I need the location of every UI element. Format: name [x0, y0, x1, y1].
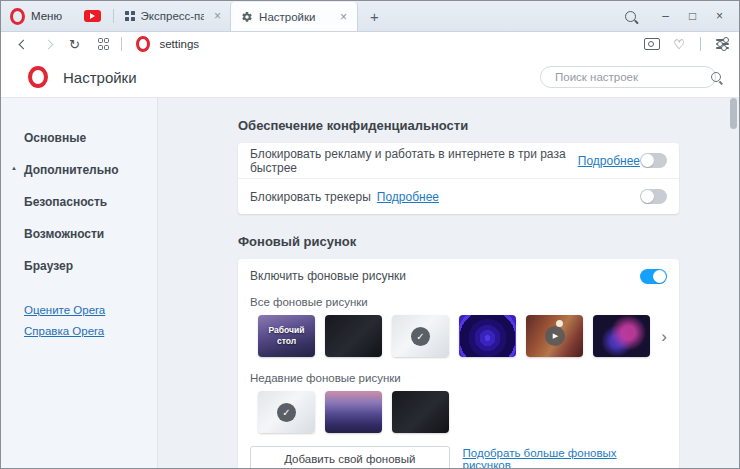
selected-check-icon: ✓: [277, 403, 296, 422]
opera-site-badge-icon: [136, 36, 150, 52]
recent-wallpapers-row: ✓: [258, 391, 667, 433]
enable-wallpapers-label: Включить фоновые рисунки: [250, 269, 406, 283]
wallpaper-thumb-neon[interactable]: [593, 315, 650, 357]
titlebar-right-controls: – □ ×: [625, 1, 739, 31]
tab-separator: [113, 9, 114, 23]
wallpaper-thumb-light-selected[interactable]: ✓: [392, 315, 449, 357]
sidebar-item-browser[interactable]: Браузер: [1, 250, 157, 282]
sidebar-item-basic[interactable]: Основные: [1, 122, 157, 154]
address-bar-right-icons: ♡: [644, 37, 729, 51]
add-wallpaper-button[interactable]: Добавить свой фоновый рисунок: [250, 446, 450, 468]
tab-label: Экспресс-панель: [141, 10, 204, 22]
close-tab-icon[interactable]: ×: [340, 11, 347, 23]
block-ads-row: Блокировать рекламу и работать в интерне…: [238, 143, 679, 178]
close-window-button[interactable]: ×: [706, 1, 733, 31]
all-wallpapers-row: Рабочий стол ✓ ▶ ›: [258, 315, 667, 357]
address-bar: ↻ settings ♡: [1, 31, 739, 58]
wallpaper-thumb-dark[interactable]: [325, 315, 382, 357]
rate-opera-link[interactable]: Оцените Opera: [24, 304, 157, 316]
wallpaper-caption: Рабочий стол: [258, 325, 315, 346]
selected-check-icon: ✓: [411, 327, 430, 346]
collapse-triangle-icon: ▲: [11, 165, 17, 171]
wallpaper-thumb-desktop[interactable]: Рабочий стол: [258, 315, 315, 357]
scrollbar-thumb[interactable]: [730, 98, 737, 129]
wallpaper-thumb-light-selected[interactable]: ✓: [258, 391, 315, 433]
sidebar-item-label: Основные: [24, 131, 86, 145]
speed-dial-button[interactable]: [98, 38, 110, 50]
all-wallpapers-label: Все фоновые рисунки: [250, 296, 667, 308]
settings-content: Обеспечение конфиденциальности Блокирова…: [159, 98, 739, 468]
more-wallpapers-arrow[interactable]: ›: [661, 328, 667, 345]
sidebar-item-advanced[interactable]: ▲ Дополнительно: [1, 154, 157, 186]
wallpaper-section-heading: Фоновый рисунок: [238, 234, 679, 249]
privacy-card: Блокировать рекламу и работать в интерне…: [238, 143, 679, 214]
toggle-knob: [653, 270, 666, 283]
sidebar-links: Оцените Opera Справка Opera: [1, 304, 157, 337]
bookmark-heart-icon[interactable]: ♡: [673, 38, 685, 51]
block-ads-toggle[interactable]: [640, 153, 667, 168]
block-trackers-label: Блокировать трекеры: [250, 190, 371, 204]
enable-wallpapers-row: Включить фоновые рисунки: [238, 259, 679, 293]
forward-button[interactable]: [44, 39, 54, 49]
sidebar-item-security[interactable]: Безопасность: [1, 186, 157, 218]
opera-menu-button[interactable]: Меню: [1, 1, 72, 31]
youtube-pinned-icon[interactable]: [84, 10, 101, 22]
toggle-knob: [641, 154, 654, 167]
tab-label: Настройки: [259, 11, 330, 23]
wallpaper-thumb-holiday-video[interactable]: ▶: [526, 315, 583, 357]
search-tabs-icon[interactable]: [625, 11, 636, 22]
wallpaper-thumb-dark[interactable]: [392, 391, 449, 433]
tab-settings[interactable]: Настройки ×: [230, 2, 358, 31]
moon-detail: [556, 320, 563, 327]
wallpaper-thumb-vortex[interactable]: [459, 315, 516, 357]
snapshot-camera-icon[interactable]: [644, 38, 660, 50]
search-icon: [711, 72, 721, 82]
sidebar-item-label: Дополнительно: [24, 163, 119, 177]
opera-logo-icon: [10, 8, 25, 25]
play-glyph: [90, 13, 95, 19]
block-trackers-toggle[interactable]: [640, 189, 667, 204]
block-ads-learn-more-link[interactable]: Подробнее: [578, 154, 640, 168]
back-button[interactable]: [19, 39, 29, 49]
easy-setup-sliders-icon[interactable]: [716, 39, 729, 49]
settings-search-box[interactable]: [540, 66, 716, 88]
block-trackers-learn-more-link[interactable]: Подробнее: [377, 190, 439, 204]
address-separator: [121, 37, 122, 51]
url-text[interactable]: settings: [159, 38, 199, 50]
address-separator: [700, 37, 701, 51]
wallpaper-card: Включить фоновые рисунки Все фоновые рис…: [238, 259, 679, 468]
get-more-wallpapers-link[interactable]: Подобрать больше фоновых рисунков: [463, 447, 667, 468]
block-trackers-row: Блокировать трекеры Подробнее: [238, 178, 679, 214]
play-video-icon: ▶: [545, 326, 565, 346]
enable-wallpapers-toggle[interactable]: [640, 269, 667, 284]
block-ads-label: Блокировать рекламу и работать в интерне…: [250, 147, 572, 175]
sidebar-item-label: Возможности: [24, 227, 104, 241]
settings-header: Настройки: [1, 57, 739, 98]
new-tab-button[interactable]: +: [370, 9, 379, 24]
toggle-knob: [641, 190, 654, 203]
close-tab-icon[interactable]: ×: [214, 10, 221, 22]
settings-search-input[interactable]: [553, 70, 711, 84]
sidebar-item-features[interactable]: Возможности: [1, 218, 157, 250]
settings-body: Основные ▲ Дополнительно Безопасность Во…: [1, 98, 739, 468]
wallpaper-thumb-mountain-lake[interactable]: [325, 391, 382, 433]
opera-browser-window: Меню Экспресс-панель × Настройки × + – □…: [0, 0, 740, 469]
page-title: Настройки: [63, 69, 137, 86]
settings-sidebar: Основные ▲ Дополнительно Безопасность Во…: [1, 98, 158, 468]
opera-logo-icon: [28, 66, 48, 88]
tab-speed-dial[interactable]: Экспресс-панель ×: [116, 1, 230, 31]
menu-button-label: Меню: [31, 10, 62, 22]
sidebar-item-label: Безопасность: [24, 195, 107, 209]
opera-help-link[interactable]: Справка Opera: [24, 325, 157, 337]
gear-icon: [241, 11, 253, 23]
recent-wallpapers-label: Недавние фоновые рисунки: [250, 372, 667, 384]
sidebar-item-label: Браузер: [24, 259, 73, 273]
minimize-button[interactable]: –: [652, 1, 679, 31]
privacy-section-heading: Обеспечение конфиденциальности: [238, 118, 679, 133]
maximize-button[interactable]: □: [679, 1, 706, 31]
wallpaper-actions-row: Добавить свой фоновый рисунок Подобрать …: [250, 446, 667, 468]
speed-dial-grid-icon: [125, 11, 135, 21]
tab-bar: Меню Экспресс-панель × Настройки × + – □…: [1, 1, 739, 32]
reload-button[interactable]: ↻: [69, 38, 80, 51]
